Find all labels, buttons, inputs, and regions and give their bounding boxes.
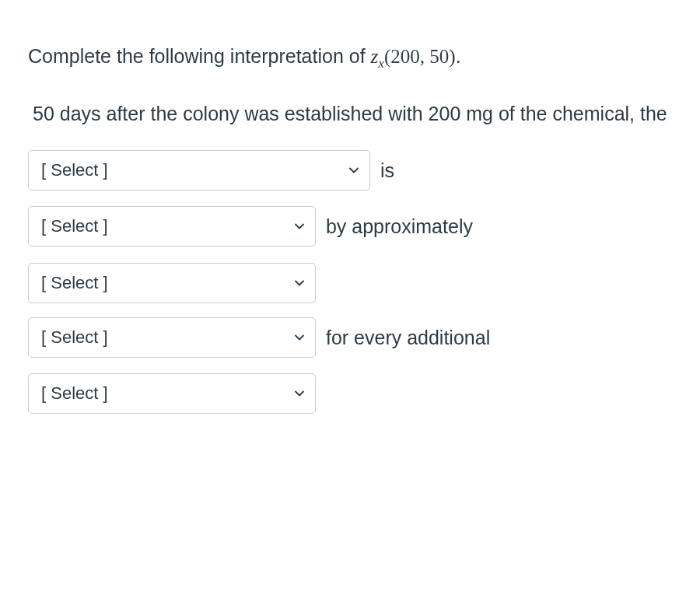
select-4-label: [ Select ]: [41, 313, 108, 362]
select-2[interactable]: [ Select ]: [28, 206, 316, 247]
select-1-label: [ Select ]: [41, 146, 108, 194]
chevron-down-icon: [292, 219, 307, 234]
sentence-by-approx: by approximately: [321, 215, 474, 237]
select-3[interactable]: [ Select ]: [28, 263, 316, 303]
fill-in-sentence: 50 days after the colony was established…: [28, 85, 672, 419]
select-1[interactable]: [ Select ]: [28, 150, 370, 191]
select-5-label: [ Select ]: [41, 369, 108, 418]
chevron-down-icon: [346, 163, 362, 178]
prompt-pre: Complete the following interpretation of: [28, 45, 371, 67]
sentence-for-every: for every additional: [321, 327, 492, 348]
select-3-label: [ Select ]: [41, 259, 108, 307]
chevron-down-icon: [292, 275, 307, 291]
chevron-down-icon: [292, 330, 307, 345]
select-2-label: [ Select ]: [41, 202, 108, 250]
sentence-intro: 50 days after the colony was established…: [28, 103, 669, 124]
sentence-is: is: [376, 159, 396, 181]
prompt-line: Complete the following interpretation of…: [28, 40, 672, 74]
select-5[interactable]: [ Select ]: [28, 373, 316, 414]
chevron-down-icon: [292, 386, 307, 401]
select-4[interactable]: [ Select ]: [28, 317, 316, 358]
math-expr: zx(200, 50): [371, 46, 456, 67]
